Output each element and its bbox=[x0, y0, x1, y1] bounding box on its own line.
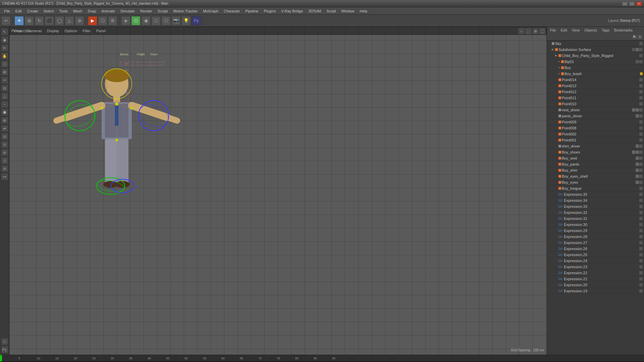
material-button[interactable]: ◉ bbox=[141, 16, 151, 25]
menu-render[interactable]: Render bbox=[138, 8, 155, 14]
rp-tab-view[interactable]: View bbox=[571, 28, 581, 33]
rp-tab-file[interactable]: File bbox=[549, 28, 557, 33]
menu-tools[interactable]: Tools bbox=[56, 8, 70, 14]
move-tool-button[interactable]: ✛ bbox=[14, 16, 24, 25]
tree-item-expr23[interactable]: Lo Expression.23 bbox=[547, 264, 644, 270]
tree-item-point002[interactable]: Point002 bbox=[547, 131, 644, 137]
tree-item-expr25[interactable]: Lo Expression.25 bbox=[547, 252, 644, 258]
tree-item-point001[interactable]: Point001 bbox=[547, 137, 644, 143]
menu-mesh[interactable]: Mesh bbox=[70, 8, 85, 14]
texture-button[interactable]: ⬡ bbox=[131, 16, 141, 25]
tree-item-point014[interactable]: Point014 bbox=[547, 77, 644, 83]
tree-item-expr28[interactable]: Lo Expression.28 bbox=[547, 234, 644, 240]
menu-character[interactable]: Character bbox=[221, 8, 243, 14]
object-button[interactable]: ◈ bbox=[121, 16, 130, 25]
camera-button[interactable]: 📷 bbox=[171, 16, 181, 25]
undo-button[interactable]: ↩ bbox=[1, 16, 11, 25]
tree-item-shirt-driver[interactable]: shirt_driver bbox=[547, 143, 644, 149]
tree-item-pants-driver[interactable]: pants_driver bbox=[547, 113, 644, 119]
render-button[interactable]: ▶ bbox=[88, 16, 97, 25]
filter-icon[interactable]: ≡ bbox=[638, 35, 642, 39]
menu-vray[interactable]: V-Ray Bridge bbox=[279, 8, 306, 14]
generator-button[interactable]: ⬡ bbox=[161, 16, 171, 25]
tree-item-sky[interactable]: Sky bbox=[547, 41, 644, 47]
tree-item-boy-vest[interactable]: Boy_vest bbox=[547, 155, 644, 161]
tree-item-expr35[interactable]: Lo Expression.35 bbox=[547, 191, 644, 197]
menu-window[interactable]: Window bbox=[338, 8, 357, 14]
menu-script[interactable]: Script bbox=[324, 8, 338, 14]
tree-item-boy-pants[interactable]: Boy_pants bbox=[547, 161, 644, 167]
titlebar-controls[interactable]: — □ ✕ bbox=[622, 1, 642, 6]
tool-weld[interactable]: ◎ bbox=[1, 133, 8, 140]
tree-item-expr27[interactable]: Lo Expression.27 bbox=[547, 240, 644, 246]
rp-tab-objects[interactable]: Objects bbox=[583, 28, 598, 33]
tree-item-expr19[interactable]: Lo Expression.19 bbox=[547, 288, 644, 294]
point-select-button[interactable]: ⊕ bbox=[75, 16, 84, 25]
close-button[interactable]: ✕ bbox=[636, 1, 642, 6]
viewport[interactable]: View Cameras Display Options Filter Pane… bbox=[9, 27, 547, 355]
scale-tool-button[interactable]: ⊞ bbox=[24, 16, 34, 25]
tool-cursor[interactable]: ↖ bbox=[1, 28, 8, 36]
tool-matrix[interactable]: ⬡ bbox=[1, 338, 8, 345]
deformer-button[interactable]: ⬡ bbox=[151, 16, 161, 25]
tree-item-expr31[interactable]: Lo Expression.31 bbox=[547, 216, 644, 222]
tool-smooth[interactable]: ~ bbox=[1, 101, 8, 108]
tool-sculpt[interactable]: ✋ bbox=[1, 52, 8, 60]
maximize-button[interactable]: □ bbox=[629, 1, 635, 6]
edge-select-button[interactable]: △ bbox=[65, 16, 74, 25]
tree-item-boy-eyes-shell[interactable]: Boy_eyes_shell bbox=[547, 173, 644, 179]
select-tool-button[interactable]: ⬛ bbox=[45, 16, 54, 25]
tree-item-child-boy[interactable]: ▶ Child_Boy_Party_Style_Rigged bbox=[547, 53, 644, 59]
menu-create[interactable]: Create bbox=[24, 8, 41, 14]
tool-paint[interactable]: ✏ bbox=[1, 44, 8, 52]
tree-item-point009[interactable]: Point009 bbox=[547, 119, 644, 125]
rp-tab-edit[interactable]: Edit bbox=[559, 28, 569, 33]
tree-item-expr22[interactable]: Lo Expression.22 bbox=[547, 270, 644, 276]
tool-bridge[interactable]: ⊟ bbox=[1, 84, 8, 92]
tool-joint[interactable]: ⊞ bbox=[1, 68, 8, 76]
tree-item-point011[interactable]: Point011 bbox=[547, 95, 644, 101]
tool-clamp[interactable]: ⊘ bbox=[1, 165, 8, 172]
tree-item-point013[interactable]: Point013 bbox=[547, 83, 644, 89]
tool-live[interactable]: ◉ bbox=[1, 36, 8, 44]
tree-item-boy[interactable]: ▸ Boy bbox=[547, 65, 644, 71]
tree-item-expr34[interactable]: Lo Expression.34 bbox=[547, 197, 644, 203]
python-button[interactable]: Py bbox=[192, 16, 201, 25]
menu-select[interactable]: Select bbox=[41, 8, 57, 14]
tool-3d[interactable]: ⬡ bbox=[1, 60, 8, 68]
rp-tab-tags[interactable]: Tags bbox=[600, 28, 611, 33]
tool-poly[interactable]: △ bbox=[1, 93, 8, 100]
tool-spline[interactable]: ⟨⟩ bbox=[1, 157, 8, 164]
tree-item-point012[interactable]: Point012 bbox=[547, 89, 644, 95]
menu-motion-tracker[interactable]: Motion Tracker bbox=[170, 8, 200, 14]
menu-plugins[interactable]: Plugins bbox=[261, 8, 278, 14]
menu-pipeline[interactable]: Pipeline bbox=[243, 8, 261, 14]
tree-item-point010[interactable]: Point010 bbox=[547, 101, 644, 107]
render-settings-button[interactable]: ⚙ bbox=[108, 16, 117, 25]
tool-python[interactable]: Py bbox=[1, 346, 8, 353]
rotate-tool-button[interactable]: ↻ bbox=[35, 16, 44, 25]
tree-item-subdivision[interactable]: ▶ Subdivision Surface bbox=[547, 47, 644, 53]
tool-knife[interactable]: ✂ bbox=[1, 76, 8, 84]
tree-item-boy-shirt[interactable]: Boy_shirt bbox=[547, 167, 644, 173]
rp-tab-bookmarks[interactable]: Bookmarks bbox=[613, 28, 634, 33]
menu-animate[interactable]: Animate bbox=[99, 8, 118, 14]
tool-extrude[interactable]: ⊕ bbox=[1, 117, 8, 124]
tool-selection[interactable]: ⊶ bbox=[1, 173, 8, 180]
tree-item-expr20[interactable]: Lo Expression.20 bbox=[547, 282, 644, 288]
tree-item-expr33[interactable]: Lo Expression.33 bbox=[547, 203, 644, 209]
menu-3dtoall[interactable]: 3DToAll bbox=[306, 8, 324, 14]
tree-item-boy-eyes[interactable]: Boy_eyes bbox=[547, 179, 644, 185]
tool-mirror[interactable]: ⇌ bbox=[1, 125, 8, 132]
tree-item-expr21[interactable]: Lo Expression.21 bbox=[547, 276, 644, 282]
tool-weight[interactable]: ⊚ bbox=[1, 149, 8, 156]
menu-mograph[interactable]: MoGraph bbox=[200, 8, 221, 14]
menu-sculpt[interactable]: Sculpt bbox=[155, 8, 171, 14]
tree-item-boy-tongue[interactable]: Boy_tongue bbox=[547, 185, 644, 191]
render-region-button[interactable]: ⬡ bbox=[98, 16, 107, 25]
tree-item-boy-shoes[interactable]: Boy_shoes bbox=[547, 149, 644, 155]
menu-edit[interactable]: Edit bbox=[13, 8, 24, 14]
menu-file[interactable]: File bbox=[1, 8, 13, 14]
tree-item-expr24[interactable]: Lo Expression.24 bbox=[547, 258, 644, 264]
tree-item-bip01[interactable]: ▸ Bip01 bbox=[547, 59, 644, 65]
